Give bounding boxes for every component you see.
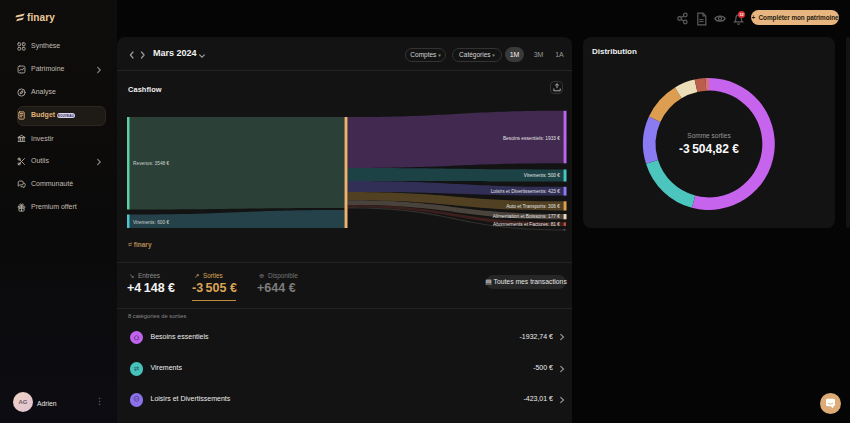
svg-text:Virements: 600 €: Virements: 600 €: [133, 220, 170, 225]
svg-text:Besoins essentiels: 1933 €: Besoins essentiels: 1933 €: [503, 136, 560, 141]
svg-text:Virements: 500 €: Virements: 500 €: [524, 173, 561, 178]
svg-text:Alimentation et Boissons: 177: Alimentation et Boissons: 177 €: [493, 214, 561, 219]
svg-text:Loisirs et Divertissements: 42: Loisirs et Divertissements: 423 €: [491, 189, 561, 194]
svg-text:Auto et Transports: 306 €: Auto et Transports: 306 €: [506, 204, 560, 209]
svg-text:Somme sorties: Somme sorties: [687, 132, 731, 139]
svg-text:finary: finary: [27, 12, 55, 23]
svg-text:Abonnements et Factures: 81 €: Abonnements et Factures: 81 €: [493, 222, 560, 227]
svg-text:Revenus: 3548 €: Revenus: 3548 €: [133, 161, 170, 166]
svg-text:-3 504,82 €: -3 504,82 €: [679, 142, 739, 156]
svg-text:finary: finary: [134, 241, 152, 249]
